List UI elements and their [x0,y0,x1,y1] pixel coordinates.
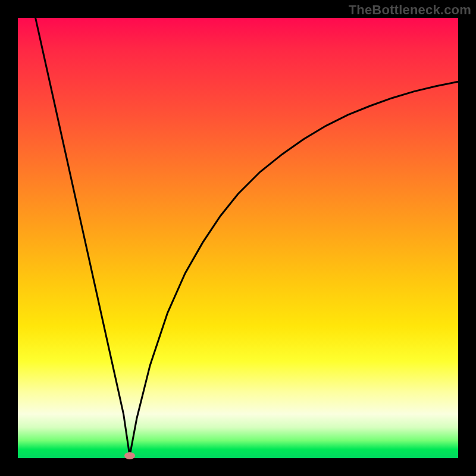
minimum-marker [124,452,135,459]
curve-svg [18,18,458,458]
chart-frame: TheBottleneck.com [0,0,476,476]
plot-area [18,18,458,458]
watermark-label: TheBottleneck.com [349,2,471,18]
bottleneck-curve [36,18,458,456]
